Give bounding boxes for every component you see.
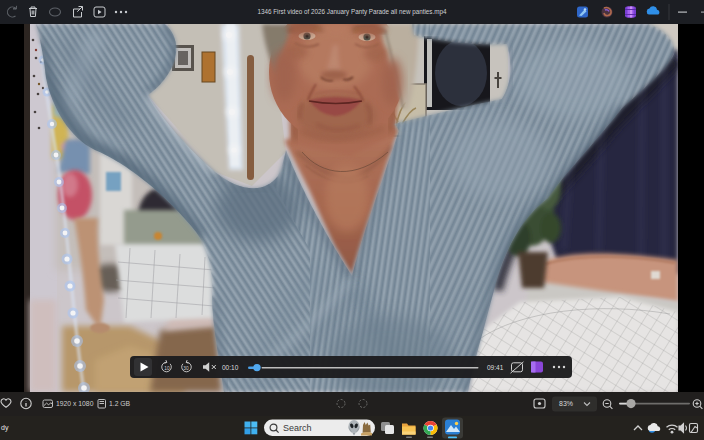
svg-text:83%: 83% (559, 400, 573, 407)
svg-text:Search: Search (283, 423, 312, 433)
svg-text:1.2 GB: 1.2 GB (109, 400, 131, 407)
svg-text:00:10: 00:10 (222, 364, 239, 371)
svg-text:09:41: 09:41 (487, 364, 504, 371)
svg-text:1920 x 1080: 1920 x 1080 (56, 400, 94, 407)
svg-text:30: 30 (183, 366, 189, 371)
svg-text:10: 10 (164, 366, 170, 371)
